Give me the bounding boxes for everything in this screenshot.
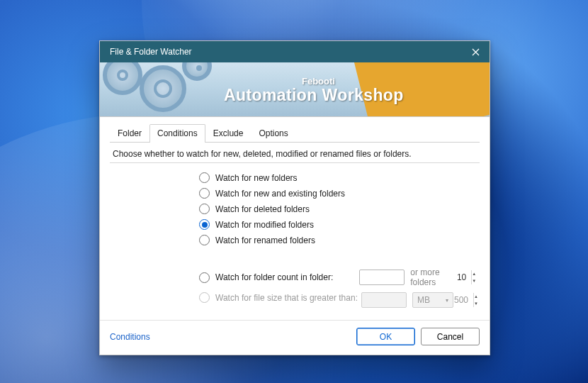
radio-row[interactable]: Watch for file size that is greater than…	[199, 292, 361, 303]
radio-row[interactable]: Watch for modified folders	[199, 219, 480, 230]
spinner-up-icon[interactable]: ▲	[472, 270, 476, 277]
radio-row[interactable]: Watch for deleted folders	[199, 204, 480, 214]
radio-label: Watch for folder count in folder:	[215, 272, 333, 282]
banner-brand: Febooti	[302, 77, 404, 87]
close-icon	[472, 48, 480, 56]
extended-options: Watch for folder count in folder: ▲ ▼ or…	[110, 256, 480, 320]
dialog-footer: Conditions OK Cancel	[100, 320, 490, 355]
spinner-down-icon: ▼	[474, 300, 478, 307]
ext-row-count: Watch for folder count in folder: ▲ ▼ or…	[199, 267, 467, 287]
cancel-button[interactable]: Cancel	[421, 328, 480, 345]
tab-conditions[interactable]: Conditions	[149, 124, 205, 143]
tab-exclude[interactable]: Exclude	[205, 124, 251, 143]
spinner-arrows: ▲ ▼	[471, 270, 476, 284]
radio-input[interactable]	[199, 235, 210, 245]
count-suffix-label: or more folders	[410, 267, 467, 287]
radio-input[interactable]	[199, 188, 210, 199]
window-title: File & Folder Watcher	[110, 47, 461, 57]
radio-label: Watch for new and existing folders	[215, 189, 345, 199]
tabstrip: Folder Conditions Exclude Options	[110, 123, 480, 143]
watch-options: Watch for new folders Watch for new and …	[110, 163, 480, 256]
chevron-down-icon: ▾	[446, 297, 448, 304]
radio-row[interactable]: Watch for new and existing folders	[199, 188, 480, 199]
gear-icon	[182, 62, 212, 81]
radio-input[interactable]	[199, 219, 210, 230]
spinner-up-icon: ▲	[474, 293, 478, 300]
radio-input[interactable]	[199, 172, 210, 183]
radio-input[interactable]	[199, 292, 210, 303]
radio-input[interactable]	[199, 272, 210, 283]
tab-folder[interactable]: Folder	[110, 124, 149, 143]
tab-options[interactable]: Options	[251, 124, 295, 143]
dialog-body: Folder Conditions Exclude Options Choose…	[100, 117, 490, 320]
banner-text: Febooti Automation Workshop	[224, 77, 404, 104]
spinner-down-icon[interactable]: ▼	[472, 277, 476, 284]
count-spinner[interactable]: ▲ ▼	[359, 270, 405, 285]
radio-label: Watch for deleted folders	[215, 204, 310, 214]
close-button[interactable]	[461, 41, 490, 62]
radio-label: Watch for new folders	[215, 173, 298, 183]
radio-row[interactable]: Watch for new folders	[199, 172, 480, 183]
banner: Febooti Automation Workshop	[100, 62, 490, 117]
titlebar[interactable]: File & Folder Watcher	[100, 41, 490, 62]
banner-main: Automation Workshop	[224, 87, 404, 104]
radio-row[interactable]: Watch for renamed folders	[199, 235, 480, 245]
size-unit-combo: MB ▾	[412, 292, 453, 308]
ext-row-size: Watch for file size that is greater than…	[199, 292, 467, 308]
radio-label: Watch for file size that is greater than…	[215, 293, 358, 303]
dialog-file-folder-watcher: File & Folder Watcher Febooti Automation…	[99, 40, 490, 355]
conditions-help-link[interactable]: Conditions	[110, 332, 150, 342]
tab-description: Choose whether to watch for new, deleted…	[110, 143, 480, 163]
spinner-arrows: ▲ ▼	[473, 293, 478, 307]
gear-icon	[140, 65, 186, 112]
radio-row[interactable]: Watch for folder count in folder:	[199, 272, 359, 283]
size-spinner: ▲ ▼	[361, 292, 407, 308]
radio-label: Watch for renamed folders	[215, 235, 315, 245]
radio-input[interactable]	[199, 204, 210, 214]
ok-button[interactable]: OK	[356, 328, 415, 345]
gear-icon	[103, 62, 142, 95]
size-unit-value: MB	[417, 295, 430, 305]
radio-label: Watch for modified folders	[215, 220, 314, 230]
